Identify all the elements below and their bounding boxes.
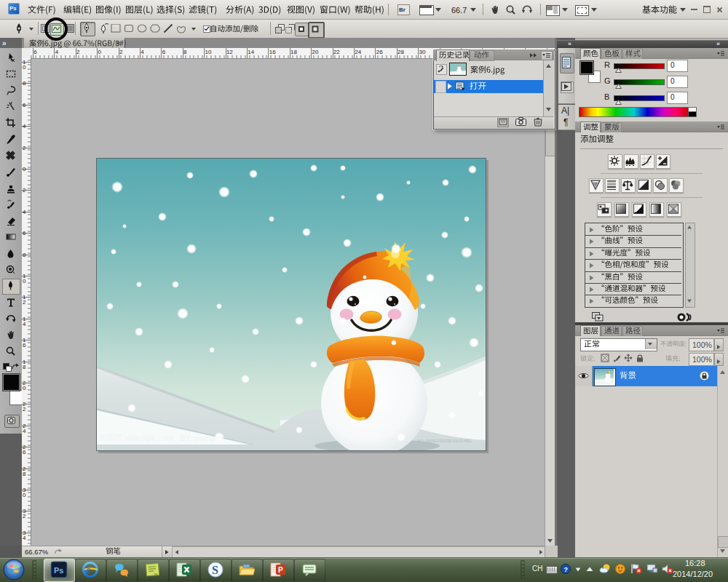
svg-text:?: ? xyxy=(564,566,569,573)
svg-text:www.nipic.com BY: youngoo: www.nipic.com BY: youngoo xyxy=(124,434,222,442)
svg-text:S: S xyxy=(212,564,218,576)
svg-text:e: e xyxy=(86,565,90,575)
svg-text:Ps: Ps xyxy=(54,566,63,575)
svg-text:NO.20091231332-5233-551: NO.20091231332-5233-551 xyxy=(417,439,472,443)
svg-text:P: P xyxy=(278,566,283,574)
